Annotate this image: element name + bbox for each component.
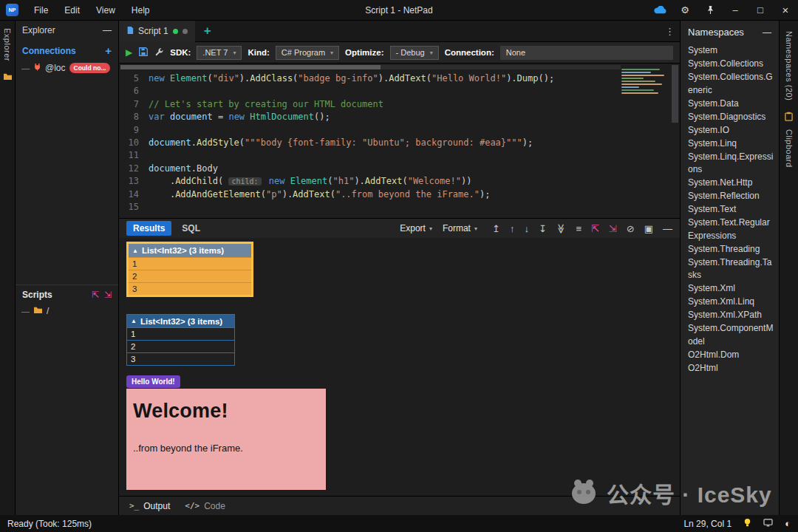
expand-results-icon[interactable]: ⇱ xyxy=(591,223,599,234)
code-line[interactable]: 9 xyxy=(119,124,621,137)
display-monitor-icon[interactable] xyxy=(763,519,773,529)
menu-view[interactable]: View xyxy=(88,0,123,21)
open-scripts-window-icon[interactable]: ⇲ xyxy=(104,290,112,300)
scripts-folder-item[interactable]: — / xyxy=(16,303,118,319)
namespaces-rail-tab[interactable]: Namespaces (20) xyxy=(785,31,794,100)
expand-scripts-icon[interactable]: ⇱ xyxy=(92,290,99,300)
namespace-item[interactable]: System.Xml.Linq xyxy=(688,296,774,309)
connection-item[interactable]: — @loc Could no... xyxy=(16,60,118,76)
collapse-all-icon[interactable]: ≫ xyxy=(556,223,567,233)
kind-dropdown[interactable]: C# Program ▾ xyxy=(276,46,339,60)
pin-window-icon[interactable] xyxy=(698,0,723,21)
sdk-dropdown[interactable]: .NET 7 ▾ xyxy=(197,46,242,60)
namespace-item[interactable]: System.Xml xyxy=(688,282,774,296)
namespace-item[interactable]: System.Xml.XPath xyxy=(688,309,774,322)
close-tab-icon[interactable] xyxy=(183,29,188,34)
result-table[interactable]: ▲ List<Int32> (3 items) 123 xyxy=(126,314,235,366)
code-line[interactable]: 7// Let's start by creating our HTML doc… xyxy=(119,98,621,111)
code-line[interactable]: 5new Element("div").AddClass("badge bg-i… xyxy=(119,72,621,85)
namespace-item[interactable]: System.Text.RegularExpressions xyxy=(688,216,774,242)
theme-toggle-icon[interactable]: ◐ xyxy=(785,518,791,529)
namespace-item[interactable]: System.Diagnostics xyxy=(688,111,774,124)
disable-output-icon[interactable]: ⊘ xyxy=(627,223,635,234)
namespace-item[interactable]: System.Collections.Generic xyxy=(688,71,774,97)
collapse-explorer-icon[interactable]: — xyxy=(103,25,112,35)
namespace-item[interactable]: System.Reflection xyxy=(688,190,774,203)
namespace-item[interactable]: System.Net.Http xyxy=(688,177,774,190)
code-line[interactable]: 12document.Body xyxy=(119,163,621,175)
menu-edit[interactable]: Edit xyxy=(56,0,88,21)
format-dropdown[interactable]: Format ▾ xyxy=(443,223,477,233)
html-preview-frame[interactable]: Welcome! ..from beyond the iFrame. xyxy=(126,389,326,490)
editor-vertical-scrollbar[interactable] xyxy=(670,64,680,218)
tab-sql[interactable]: SQL xyxy=(182,223,200,233)
settings-gear-icon[interactable]: ⚙ xyxy=(672,0,698,21)
next-result-icon[interactable]: ↓ xyxy=(524,223,529,234)
scrollbar-thumb[interactable] xyxy=(672,65,678,123)
new-tab-button[interactable]: + xyxy=(204,24,211,38)
menu-file[interactable]: File xyxy=(26,0,56,21)
result-row[interactable]: 1 xyxy=(129,257,251,270)
maximize-window-icon[interactable]: □ xyxy=(748,0,773,21)
text-wrap-icon[interactable]: ≡ xyxy=(576,223,582,234)
result-table-selected[interactable]: ▲ List<Int32> (3 items) 123 xyxy=(126,242,253,297)
result-table-header[interactable]: ▲ List<Int32> (3 items) xyxy=(127,315,234,327)
optimize-dropdown[interactable]: - Debug ▾ xyxy=(390,46,439,60)
namespace-item[interactable]: System.Linq xyxy=(688,137,774,151)
folder-icon[interactable] xyxy=(3,70,13,83)
editor-minimap[interactable] xyxy=(621,69,669,95)
tab-results[interactable]: Results xyxy=(126,221,171,236)
menu-help[interactable]: Help xyxy=(123,0,158,21)
collapse-panel-icon[interactable]: — xyxy=(663,223,672,234)
namespace-item[interactable]: System.ComponentModel xyxy=(688,322,774,348)
close-window-icon[interactable]: × xyxy=(773,0,798,21)
result-row[interactable]: 2 xyxy=(129,270,251,282)
result-row[interactable]: 3 xyxy=(129,282,251,295)
namespace-item[interactable]: O2Html.Dom xyxy=(688,349,774,362)
collapse-namespaces-icon[interactable]: — xyxy=(763,27,771,38)
code-line[interactable]: 11 xyxy=(119,149,621,162)
minimize-window-icon[interactable]: – xyxy=(723,0,748,21)
namespace-item[interactable]: System.Linq.Expressions xyxy=(688,151,774,177)
result-row[interactable]: 2 xyxy=(127,340,234,352)
namespace-item[interactable]: System.Threading xyxy=(688,243,774,256)
clipboard-rail-tab[interactable]: Clipboard xyxy=(785,111,794,168)
open-results-window-icon[interactable]: ⇲ xyxy=(609,223,617,234)
namespace-item[interactable]: System.Text xyxy=(688,203,774,216)
tab-code[interactable]: </> Code xyxy=(185,501,225,511)
code-line[interactable]: 15 xyxy=(119,201,621,214)
previous-result-icon[interactable]: ↑ xyxy=(510,223,515,234)
scrollbar-thumb[interactable] xyxy=(120,65,381,69)
run-button[interactable]: ▶ xyxy=(126,47,132,58)
tab-overflow-menu-icon[interactable]: ⋮ xyxy=(665,26,675,37)
namespace-item[interactable]: O2Html xyxy=(688,362,774,375)
namespace-item[interactable]: System.Threading.Tasks xyxy=(688,256,774,282)
namespace-item[interactable]: System.IO xyxy=(688,124,774,137)
code-line[interactable]: 8var document = new HtmlDocument(); xyxy=(119,111,621,123)
properties-wrench-icon[interactable] xyxy=(154,47,164,58)
scroll-to-top-icon[interactable]: ↥ xyxy=(492,223,500,234)
namespace-item[interactable]: System xyxy=(688,44,774,58)
save-button[interactable] xyxy=(138,47,149,58)
editor-horizontal-scrollbar[interactable] xyxy=(120,65,621,69)
export-dropdown[interactable]: Export ▾ xyxy=(400,223,432,233)
namespace-item[interactable]: System.Data xyxy=(688,98,774,111)
code-line[interactable]: 6 xyxy=(119,85,621,98)
result-table-header[interactable]: ▲ List<Int32> (3 items) xyxy=(129,244,251,257)
explorer-rail-tab[interactable]: Explorer xyxy=(3,28,12,61)
connection-selector[interactable]: None xyxy=(500,46,673,60)
result-row[interactable]: 1 xyxy=(127,327,234,340)
scroll-to-bottom-icon[interactable]: ↧ xyxy=(539,223,547,234)
code-line[interactable]: 14 .AddAndGetElement("p").AddText("..fro… xyxy=(119,188,621,201)
cloud-sync-icon[interactable] xyxy=(647,0,672,21)
code-editor[interactable]: 5new Element("div").AddClass("badge bg-i… xyxy=(119,64,680,218)
result-row[interactable]: 3 xyxy=(127,352,234,365)
add-connection-button[interactable]: + xyxy=(105,44,112,57)
tab-output[interactable]: >_ Output xyxy=(129,501,170,511)
tab-script-1[interactable]: Script 1 xyxy=(119,21,195,42)
code-line[interactable]: 13 .AddChild( child: new Element("h1").A… xyxy=(119,175,621,188)
code-line[interactable]: 10document.AddStyle("""body {font-family… xyxy=(119,137,621,149)
cursor-position[interactable]: Ln 29, Col 1 xyxy=(683,519,732,529)
namespace-item[interactable]: System.Collections xyxy=(688,58,774,71)
lightbulb-icon[interactable] xyxy=(743,518,751,530)
